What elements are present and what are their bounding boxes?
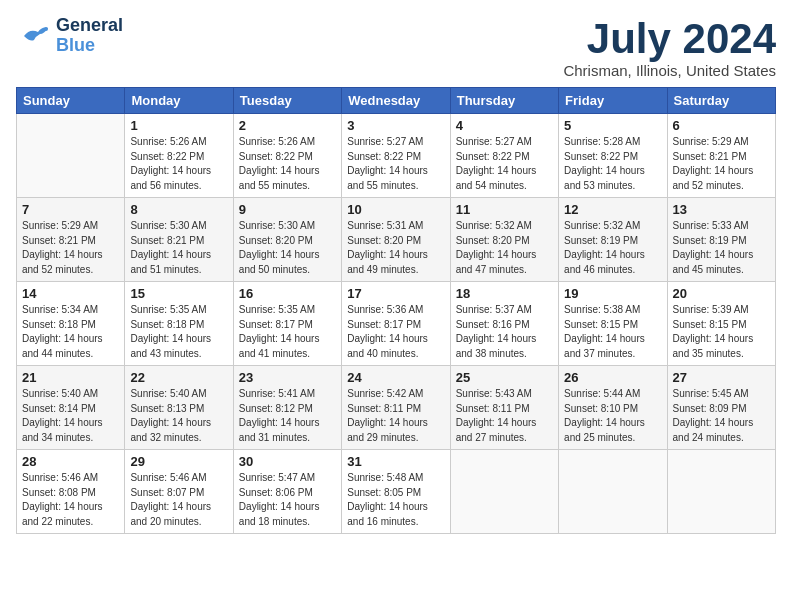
day-info: Sunrise: 5:35 AM Sunset: 8:18 PM Dayligh… [130,303,227,361]
day-info: Sunrise: 5:44 AM Sunset: 8:10 PM Dayligh… [564,387,661,445]
weekday-header: Monday [125,88,233,114]
weekday-header: Wednesday [342,88,450,114]
day-number: 2 [239,118,336,133]
calendar-cell: 4Sunrise: 5:27 AM Sunset: 8:22 PM Daylig… [450,114,558,198]
day-info: Sunrise: 5:41 AM Sunset: 8:12 PM Dayligh… [239,387,336,445]
day-info: Sunrise: 5:29 AM Sunset: 8:21 PM Dayligh… [673,135,770,193]
calendar-cell: 22Sunrise: 5:40 AM Sunset: 8:13 PM Dayli… [125,366,233,450]
day-info: Sunrise: 5:37 AM Sunset: 8:16 PM Dayligh… [456,303,553,361]
day-number: 18 [456,286,553,301]
calendar-cell: 8Sunrise: 5:30 AM Sunset: 8:21 PM Daylig… [125,198,233,282]
logo: General Blue [16,16,123,56]
day-info: Sunrise: 5:35 AM Sunset: 8:17 PM Dayligh… [239,303,336,361]
calendar-cell: 18Sunrise: 5:37 AM Sunset: 8:16 PM Dayli… [450,282,558,366]
calendar-week-row: 7Sunrise: 5:29 AM Sunset: 8:21 PM Daylig… [17,198,776,282]
calendar-cell: 25Sunrise: 5:43 AM Sunset: 8:11 PM Dayli… [450,366,558,450]
weekday-header: Sunday [17,88,125,114]
day-number: 21 [22,370,119,385]
calendar-cell: 27Sunrise: 5:45 AM Sunset: 8:09 PM Dayli… [667,366,775,450]
day-info: Sunrise: 5:45 AM Sunset: 8:09 PM Dayligh… [673,387,770,445]
calendar-cell: 1Sunrise: 5:26 AM Sunset: 8:22 PM Daylig… [125,114,233,198]
calendar-cell: 11Sunrise: 5:32 AM Sunset: 8:20 PM Dayli… [450,198,558,282]
calendar-cell: 30Sunrise: 5:47 AM Sunset: 8:06 PM Dayli… [233,450,341,534]
day-info: Sunrise: 5:46 AM Sunset: 8:08 PM Dayligh… [22,471,119,529]
calendar-cell: 21Sunrise: 5:40 AM Sunset: 8:14 PM Dayli… [17,366,125,450]
location: Chrisman, Illinois, United States [563,62,776,79]
calendar-table: SundayMondayTuesdayWednesdayThursdayFrid… [16,87,776,534]
day-info: Sunrise: 5:36 AM Sunset: 8:17 PM Dayligh… [347,303,444,361]
day-number: 13 [673,202,770,217]
calendar-cell: 6Sunrise: 5:29 AM Sunset: 8:21 PM Daylig… [667,114,775,198]
calendar-cell: 9Sunrise: 5:30 AM Sunset: 8:20 PM Daylig… [233,198,341,282]
day-number: 16 [239,286,336,301]
day-number: 6 [673,118,770,133]
logo-blue-text: Blue [56,36,123,56]
day-info: Sunrise: 5:34 AM Sunset: 8:18 PM Dayligh… [22,303,119,361]
calendar-cell: 26Sunrise: 5:44 AM Sunset: 8:10 PM Dayli… [559,366,667,450]
calendar-cell [17,114,125,198]
logo-name: General Blue [56,16,123,56]
day-info: Sunrise: 5:29 AM Sunset: 8:21 PM Dayligh… [22,219,119,277]
day-number: 27 [673,370,770,385]
day-info: Sunrise: 5:28 AM Sunset: 8:22 PM Dayligh… [564,135,661,193]
day-number: 22 [130,370,227,385]
day-info: Sunrise: 5:46 AM Sunset: 8:07 PM Dayligh… [130,471,227,529]
calendar-cell: 10Sunrise: 5:31 AM Sunset: 8:20 PM Dayli… [342,198,450,282]
month-title: July 2024 [563,16,776,62]
day-info: Sunrise: 5:40 AM Sunset: 8:13 PM Dayligh… [130,387,227,445]
calendar-week-row: 28Sunrise: 5:46 AM Sunset: 8:08 PM Dayli… [17,450,776,534]
day-info: Sunrise: 5:40 AM Sunset: 8:14 PM Dayligh… [22,387,119,445]
day-info: Sunrise: 5:42 AM Sunset: 8:11 PM Dayligh… [347,387,444,445]
day-number: 23 [239,370,336,385]
calendar-cell: 19Sunrise: 5:38 AM Sunset: 8:15 PM Dayli… [559,282,667,366]
day-number: 10 [347,202,444,217]
calendar-cell: 16Sunrise: 5:35 AM Sunset: 8:17 PM Dayli… [233,282,341,366]
page-header: General Blue July 2024 Chrisman, Illinoi… [16,16,776,79]
calendar-cell: 23Sunrise: 5:41 AM Sunset: 8:12 PM Dayli… [233,366,341,450]
title-block: July 2024 Chrisman, Illinois, United Sta… [563,16,776,79]
calendar-cell: 3Sunrise: 5:27 AM Sunset: 8:22 PM Daylig… [342,114,450,198]
day-info: Sunrise: 5:26 AM Sunset: 8:22 PM Dayligh… [239,135,336,193]
calendar-cell: 17Sunrise: 5:36 AM Sunset: 8:17 PM Dayli… [342,282,450,366]
day-number: 15 [130,286,227,301]
calendar-week-row: 21Sunrise: 5:40 AM Sunset: 8:14 PM Dayli… [17,366,776,450]
day-info: Sunrise: 5:26 AM Sunset: 8:22 PM Dayligh… [130,135,227,193]
day-number: 31 [347,454,444,469]
svg-point-1 [44,27,48,31]
day-number: 4 [456,118,553,133]
calendar-cell: 14Sunrise: 5:34 AM Sunset: 8:18 PM Dayli… [17,282,125,366]
day-info: Sunrise: 5:38 AM Sunset: 8:15 PM Dayligh… [564,303,661,361]
day-info: Sunrise: 5:33 AM Sunset: 8:19 PM Dayligh… [673,219,770,277]
day-number: 30 [239,454,336,469]
day-number: 19 [564,286,661,301]
calendar-cell: 29Sunrise: 5:46 AM Sunset: 8:07 PM Dayli… [125,450,233,534]
day-info: Sunrise: 5:27 AM Sunset: 8:22 PM Dayligh… [456,135,553,193]
calendar-week-row: 14Sunrise: 5:34 AM Sunset: 8:18 PM Dayli… [17,282,776,366]
weekday-header-row: SundayMondayTuesdayWednesdayThursdayFrid… [17,88,776,114]
day-info: Sunrise: 5:30 AM Sunset: 8:21 PM Dayligh… [130,219,227,277]
day-info: Sunrise: 5:31 AM Sunset: 8:20 PM Dayligh… [347,219,444,277]
day-info: Sunrise: 5:39 AM Sunset: 8:15 PM Dayligh… [673,303,770,361]
logo-icon [16,18,52,54]
calendar-cell [667,450,775,534]
day-info: Sunrise: 5:30 AM Sunset: 8:20 PM Dayligh… [239,219,336,277]
day-info: Sunrise: 5:47 AM Sunset: 8:06 PM Dayligh… [239,471,336,529]
day-number: 8 [130,202,227,217]
calendar-cell: 20Sunrise: 5:39 AM Sunset: 8:15 PM Dayli… [667,282,775,366]
day-number: 28 [22,454,119,469]
day-number: 20 [673,286,770,301]
day-number: 14 [22,286,119,301]
day-number: 12 [564,202,661,217]
day-number: 7 [22,202,119,217]
day-info: Sunrise: 5:27 AM Sunset: 8:22 PM Dayligh… [347,135,444,193]
day-number: 5 [564,118,661,133]
day-info: Sunrise: 5:32 AM Sunset: 8:19 PM Dayligh… [564,219,661,277]
calendar-week-row: 1Sunrise: 5:26 AM Sunset: 8:22 PM Daylig… [17,114,776,198]
calendar-cell: 15Sunrise: 5:35 AM Sunset: 8:18 PM Dayli… [125,282,233,366]
day-info: Sunrise: 5:43 AM Sunset: 8:11 PM Dayligh… [456,387,553,445]
calendar-cell: 13Sunrise: 5:33 AM Sunset: 8:19 PM Dayli… [667,198,775,282]
day-info: Sunrise: 5:48 AM Sunset: 8:05 PM Dayligh… [347,471,444,529]
calendar-cell: 2Sunrise: 5:26 AM Sunset: 8:22 PM Daylig… [233,114,341,198]
weekday-header: Saturday [667,88,775,114]
day-number: 29 [130,454,227,469]
